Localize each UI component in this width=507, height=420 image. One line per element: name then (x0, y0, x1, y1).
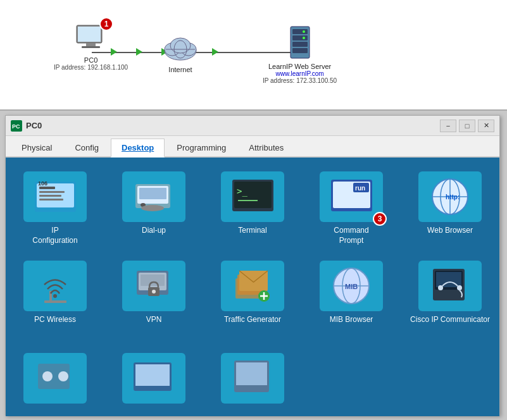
web-browser-icon: http: (427, 176, 474, 218)
partial-row (6, 339, 499, 416)
tab-config[interactable]: Config (64, 139, 110, 156)
svg-rect-64 (436, 272, 461, 287)
svg-rect-21 (39, 187, 55, 189)
app-web-browser-label: Web Browser (427, 226, 473, 236)
internet-label: Internet (158, 66, 203, 73)
svg-point-51 (152, 290, 156, 293)
app-vpn[interactable]: VPN (104, 253, 203, 333)
app-command-label: CommandPrompt (334, 226, 368, 245)
app-grid: 106 IPConfiguration (6, 158, 499, 339)
svg-point-65 (438, 285, 443, 290)
svg-rect-24 (39, 199, 63, 201)
pc-label: PC0 (54, 56, 128, 64)
command-prompt-icon-box: run 3 (320, 171, 383, 222)
cisco-ip-comm-icon (427, 266, 474, 307)
svg-text:MIB: MIB (345, 283, 358, 290)
app-command-prompt[interactable]: run 3 CommandPrompt (302, 164, 401, 253)
vpn-icon (130, 266, 178, 307)
svg-point-66 (457, 285, 462, 290)
svg-text:106: 106 (38, 180, 47, 187)
maximize-button[interactable]: □ (459, 120, 475, 132)
svg-rect-1 (78, 27, 101, 42)
server-node[interactable]: LearnIP Web Server www.learnIP.com IP ad… (263, 25, 337, 84)
svg-rect-13 (292, 42, 308, 47)
cisco-icon: PC (11, 120, 22, 132)
app-mib-label: MIB Browser (330, 315, 373, 325)
svg-point-46 (53, 294, 57, 298)
svg-rect-23 (39, 195, 61, 197)
window-title: PC0 (26, 121, 440, 130)
svg-rect-12 (292, 35, 308, 40)
partial-icon-2-svg (130, 357, 178, 398)
pc-ip: IP address: 192.168.1.100 (54, 64, 128, 71)
mib-browser-icon-box: MIB (320, 261, 383, 311)
svg-text:PC: PC (12, 123, 20, 130)
arrow5 (212, 48, 218, 56)
svg-point-69 (58, 371, 68, 381)
svg-text:http:: http: (446, 194, 460, 201)
pc-wireless-icon (32, 266, 79, 307)
svg-point-16 (303, 37, 305, 39)
svg-text:>_: >_ (237, 186, 247, 197)
app-terminal[interactable]: >_ Terminal (203, 164, 302, 253)
svg-rect-73 (236, 362, 267, 385)
pc-wireless-icon-box (23, 261, 87, 311)
command-prompt-icon: run (328, 176, 375, 218)
app-partial-2[interactable] (104, 345, 203, 415)
app-pc-wireless[interactable]: PC Wireless (6, 253, 104, 333)
svg-rect-11 (292, 29, 308, 34)
svg-point-68 (42, 371, 53, 381)
titlebar: PC PC0 − □ ✕ (6, 116, 499, 136)
partial-icon-1 (23, 353, 87, 404)
window-controls: − □ ✕ (440, 120, 494, 132)
svg-rect-45 (44, 300, 66, 303)
pc0-window: PC PC0 − □ ✕ Physical Config Desktop Pro… (5, 115, 500, 416)
traffic-generator-icon-box (221, 261, 284, 311)
mib-browser-icon: MIB (328, 266, 375, 307)
pc-badge: 1 (99, 17, 113, 31)
app-partial-1[interactable] (6, 345, 104, 415)
command-prompt-badge: 3 (373, 212, 387, 226)
pc-node[interactable]: 1 PC0 IP address: 192.168.1.100 (54, 22, 128, 71)
minimize-button[interactable]: − (440, 120, 456, 132)
svg-point-30 (141, 205, 164, 211)
svg-rect-71 (135, 364, 170, 386)
internet-icon (158, 32, 203, 63)
tab-desktop[interactable]: Desktop (111, 139, 165, 158)
arrow2 (136, 48, 142, 56)
app-web-browser[interactable]: http: Web Browser (401, 164, 499, 253)
desktop-area: 106 IPConfiguration (6, 158, 499, 416)
partial-icon-3 (221, 353, 284, 404)
svg-rect-14 (292, 48, 308, 53)
app-ip-config-label: IPConfiguration (32, 226, 77, 245)
app-dialup-label: Dial-up (142, 226, 166, 236)
cisco-ip-comm-icon-box (418, 261, 482, 311)
tab-programming[interactable]: Programming (166, 139, 237, 156)
app-ip-config[interactable]: 106 IPConfiguration (6, 164, 104, 253)
tab-physical[interactable]: Physical (11, 139, 63, 156)
terminal-icon: >_ (229, 176, 277, 218)
app-cisco-ip-comm[interactable]: Cisco IP Communicator (401, 253, 499, 333)
dialup-icon-box (122, 171, 185, 222)
ip-config-icon: 106 (32, 176, 79, 218)
svg-rect-3 (82, 46, 100, 48)
tab-bar: Physical Config Desktop Programming Attr… (6, 136, 499, 158)
svg-text:run: run (355, 185, 365, 192)
terminal-icon-box: >_ (221, 171, 284, 222)
app-terminal-label: Terminal (238, 226, 266, 236)
app-partial-3[interactable] (203, 345, 302, 415)
web-browser-icon-box: http: (418, 171, 482, 222)
server-url: www.learnIP.com (263, 70, 337, 77)
window-body: 106 IPConfiguration (6, 158, 499, 416)
tab-attributes[interactable]: Attributes (238, 139, 294, 156)
app-traffic-generator[interactable]: Traffic Generator (203, 253, 302, 333)
svg-rect-2 (86, 43, 96, 46)
app-dialup[interactable]: Dial-up (104, 164, 203, 253)
close-button[interactable]: ✕ (478, 120, 494, 132)
internet-node: Internet (158, 32, 203, 73)
partial-icon-2 (122, 353, 185, 404)
app-vpn-label: VPN (146, 315, 162, 325)
server-label: LearnIP Web Server (263, 63, 337, 70)
traffic-generator-icon (229, 266, 277, 307)
app-mib-browser[interactable]: MIB MIB Browser (302, 253, 401, 333)
